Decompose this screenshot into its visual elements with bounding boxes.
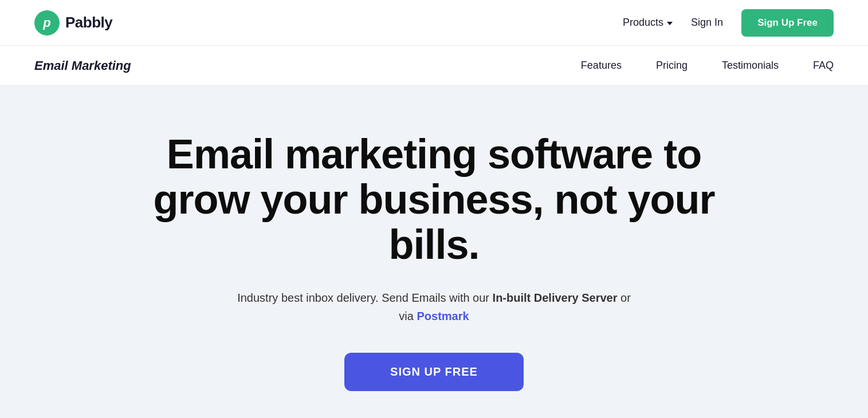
top-navbar: p Pabbly Products Sign In Sign Up Free	[0, 0, 868, 46]
hero-cta-button[interactable]: SIGN UP FREE	[344, 353, 524, 391]
logo-text: Pabbly	[65, 14, 112, 31]
logo-p-letter: p	[43, 15, 50, 30]
hero-subtitle: Industry best inbox delivery. Send Email…	[234, 289, 635, 325]
products-button[interactable]: Products	[623, 17, 673, 29]
secondary-nav-links: Features Pricing Testimonials FAQ	[581, 60, 834, 72]
testimonials-link[interactable]: Testimonials	[722, 60, 779, 72]
logo[interactable]: p Pabbly	[34, 10, 112, 36]
subtitle-bold: In-built Delivery Server	[493, 291, 618, 304]
pricing-link[interactable]: Pricing	[656, 60, 688, 72]
features-link[interactable]: Features	[581, 60, 622, 72]
postmark-link[interactable]: Postmark	[417, 310, 469, 322]
products-label: Products	[623, 17, 663, 29]
faq-link[interactable]: FAQ	[813, 60, 834, 72]
chevron-down-icon	[667, 22, 673, 25]
logo-icon: p	[34, 10, 60, 36]
subtitle-prefix: Industry best inbox delivery. Send Email…	[237, 291, 492, 304]
hero-section: Email marketing software to grow your bu…	[0, 86, 868, 418]
top-nav-right: Products Sign In Sign Up Free	[623, 9, 834, 37]
hero-title: Email marketing software to grow your bu…	[119, 132, 749, 268]
signup-free-button[interactable]: Sign Up Free	[741, 9, 834, 37]
secondary-navbar: Email Marketing Features Pricing Testimo…	[0, 46, 868, 86]
brand-label: Email Marketing	[34, 58, 131, 73]
signin-button[interactable]: Sign In	[691, 17, 723, 29]
